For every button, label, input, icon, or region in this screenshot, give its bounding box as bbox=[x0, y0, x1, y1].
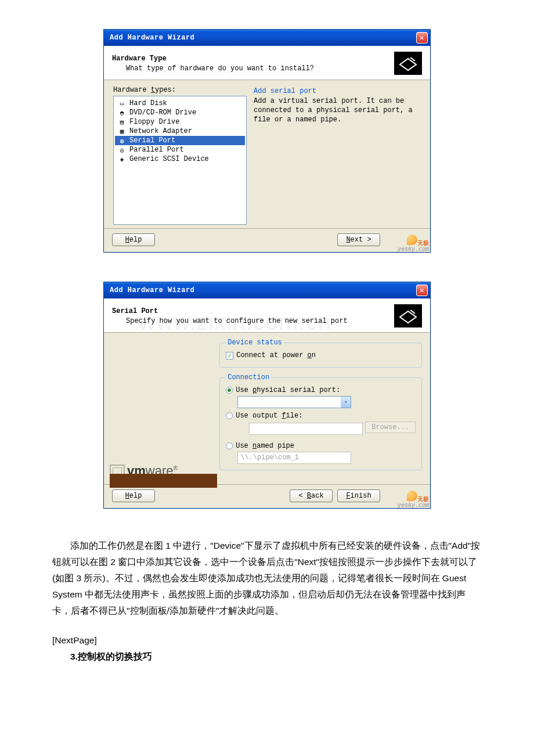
connect-at-power-on-checkbox[interactable]: ✓ Connect at power on bbox=[226, 351, 416, 359]
list-item[interactable]: ▭Hard Disk bbox=[115, 99, 245, 108]
use-physical-serial-port-radio[interactable]: Use physical serial port: bbox=[226, 386, 416, 394]
header-title: Hardware Type bbox=[112, 55, 389, 63]
help-button[interactable]: HHelpelp bbox=[112, 233, 155, 246]
description-text: Add a virtual serial port. It can be con… bbox=[254, 96, 421, 125]
use-output-file-radio[interactable]: Use output file: bbox=[226, 412, 416, 420]
list-item-label: Floppy Drive bbox=[129, 118, 179, 126]
yesky-watermark: 天极 yesky.com bbox=[398, 491, 429, 509]
connection-legend: Connection bbox=[226, 373, 271, 381]
title-bar: Add Hardware Wizard ✕ bbox=[104, 30, 430, 46]
connection-group: Connection Use physical serial port: ▾ U… bbox=[219, 373, 422, 470]
finish-button[interactable]: Finish bbox=[337, 489, 380, 502]
list-item[interactable]: ◎Parallel Port bbox=[115, 145, 245, 154]
radio-icon bbox=[226, 387, 233, 394]
list-item[interactable]: ▦Network Adapter bbox=[115, 127, 245, 136]
close-icon[interactable]: ✕ bbox=[416, 32, 428, 44]
next-page-marker: [NextPage] bbox=[52, 632, 482, 649]
list-item-label: Generic SCSI Device bbox=[129, 155, 209, 163]
radio-icon bbox=[226, 442, 233, 449]
add-hardware-wizard-dialog-1: Add Hardware Wizard ✕ Hardware Type What… bbox=[103, 29, 431, 253]
body-paragraph: 添加的工作仍然是在图 1 中进行，"Device"下显示了虚拟机中所有已经安装的… bbox=[52, 538, 482, 618]
add-hardware-wizard-dialog-2: Add Hardware Wizard ✕ Serial Port Specif… bbox=[103, 282, 431, 509]
hdd-icon: ▭ bbox=[117, 99, 127, 107]
browse-button[interactable]: Browse... bbox=[365, 422, 416, 433]
serial-icon: ◍ bbox=[117, 136, 127, 145]
hardware-wizard-icon bbox=[394, 52, 422, 75]
list-item-label: DVD/CD-ROM Drive bbox=[129, 109, 196, 117]
header-title: Serial Port bbox=[112, 307, 389, 315]
dialog-header: Hardware Type What type of hardware do y… bbox=[104, 46, 430, 80]
use-named-pipe-radio[interactable]: Use named pipe bbox=[226, 442, 416, 450]
yesky-watermark: 天极 yesky.com bbox=[398, 235, 429, 253]
wizard-sidebar: vmware® bbox=[104, 333, 211, 484]
section-3-heading: 3.控制权的切换技巧 bbox=[52, 649, 482, 665]
help-button[interactable]: Help bbox=[112, 489, 155, 502]
scsi-icon: ◈ bbox=[117, 155, 127, 163]
window-title: Add Hardware Wizard bbox=[110, 34, 194, 42]
list-item[interactable]: ◈Generic SCSI Device bbox=[115, 154, 245, 164]
window-title: Add Hardware Wizard bbox=[110, 286, 194, 294]
hardware-types-list[interactable]: ▭Hard Disk◓DVD/CD-ROM Drive▤Floppy Drive… bbox=[113, 96, 247, 225]
list-item[interactable]: ◍Serial Port bbox=[115, 136, 245, 145]
check-icon: ✓ bbox=[226, 352, 233, 359]
named-pipe-field[interactable]: \\.\pipe\com_1 bbox=[237, 452, 351, 464]
back-button[interactable]: < Back bbox=[290, 489, 333, 502]
header-subtitle: Specify how you want to configure the ne… bbox=[112, 317, 389, 325]
list-item[interactable]: ◓DVD/CD-ROM Drive bbox=[115, 108, 245, 117]
network-icon: ▦ bbox=[117, 127, 127, 135]
list-item-label: Parallel Port bbox=[129, 146, 184, 154]
list-item-label: Hard Disk bbox=[129, 99, 167, 107]
close-icon[interactable]: ✕ bbox=[416, 285, 428, 296]
next-button[interactable]: Next > bbox=[337, 233, 380, 246]
output-file-field[interactable] bbox=[249, 423, 363, 435]
description-title: Add serial port bbox=[254, 87, 421, 95]
physical-serial-port-select[interactable]: ▾ bbox=[237, 396, 351, 408]
floppy-icon: ▤ bbox=[117, 118, 127, 126]
parallel-icon: ◎ bbox=[117, 146, 127, 154]
list-item-label: Network Adapter bbox=[129, 127, 192, 135]
radio-icon bbox=[226, 412, 233, 419]
list-item-label: Serial Port bbox=[129, 136, 175, 145]
hardware-wizard-icon bbox=[394, 304, 422, 327]
dialog-header: Serial Port Specify how you want to conf… bbox=[104, 298, 430, 332]
cd-icon: ◓ bbox=[117, 109, 127, 117]
hardware-types-label: Hardware types: bbox=[113, 86, 247, 94]
list-item[interactable]: ▤Floppy Drive bbox=[115, 117, 245, 127]
device-status-group: Device status ✓ Connect at power on bbox=[219, 339, 422, 368]
title-bar: Add Hardware Wizard ✕ bbox=[104, 282, 430, 298]
chevron-down-icon: ▾ bbox=[341, 397, 351, 408]
device-status-legend: Device status bbox=[226, 339, 284, 347]
header-subtitle: What type of hardware do you want to ins… bbox=[112, 64, 389, 73]
